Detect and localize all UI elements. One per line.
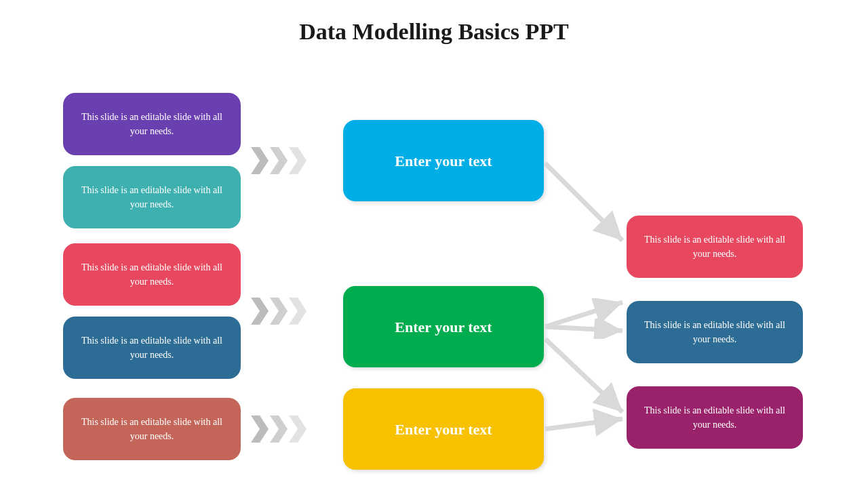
svg-line-3 [545,339,623,412]
svg-line-2 [545,327,623,331]
connector-arrow-4 [542,332,631,420]
left-box-1-text: This slide is an editable slide with all… [75,110,229,138]
chevron-group-3 [251,415,307,443]
chevron-icon [251,147,269,174]
connector-arrow-2 [542,298,631,339]
chevron-icon [270,298,288,325]
left-box-3-text: This slide is an editable slide with all… [75,260,229,289]
chevron-icon [270,415,288,443]
middle-box-2-text: Enter your text [395,316,492,338]
chevron-icon [289,147,307,174]
right-box-3-text: This slide is an editable slide with all… [639,403,791,432]
left-box-2[interactable]: This slide is an editable slide with all… [63,166,241,228]
right-box-1[interactable]: This slide is an editable slide with all… [627,216,803,278]
chevron-group-2 [251,298,307,325]
right-box-2-text: This slide is an editable slide with all… [639,318,791,346]
right-box-2[interactable]: This slide is an editable slide with all… [627,301,803,363]
connector-arrow-3 [542,319,631,339]
connector-arrow-1 [542,161,631,256]
diagram-canvas: This slide is an editable slide with all… [0,0,868,488]
svg-line-0 [545,163,623,241]
right-box-3[interactable]: This slide is an editable slide with all… [627,386,803,449]
right-box-1-text: This slide is an editable slide with all… [639,232,791,261]
left-box-4[interactable]: This slide is an editable slide with all… [63,317,241,379]
chevron-icon [289,415,307,443]
chevron-icon [251,298,269,325]
svg-line-4 [545,419,623,429]
chevron-icon [270,147,288,174]
middle-box-1[interactable]: Enter your text [343,120,544,201]
left-box-1[interactable]: This slide is an editable slide with all… [63,93,241,155]
chevron-icon [251,415,269,443]
left-box-5[interactable]: This slide is an editable slide with all… [63,398,241,460]
middle-box-3[interactable]: Enter your text [343,388,544,470]
middle-box-1-text: Enter your text [395,150,492,172]
left-box-5-text: This slide is an editable slide with all… [75,415,229,443]
chevron-icon [289,298,307,325]
svg-line-1 [545,302,623,327]
middle-box-3-text: Enter your text [395,418,492,441]
chevron-group-1 [251,147,307,174]
connector-arrow-5 [542,392,631,439]
left-box-3[interactable]: This slide is an editable slide with all… [63,243,241,306]
left-box-2-text: This slide is an editable slide with all… [75,183,229,211]
left-box-4-text: This slide is an editable slide with all… [75,333,229,362]
middle-box-2[interactable]: Enter your text [343,286,544,367]
